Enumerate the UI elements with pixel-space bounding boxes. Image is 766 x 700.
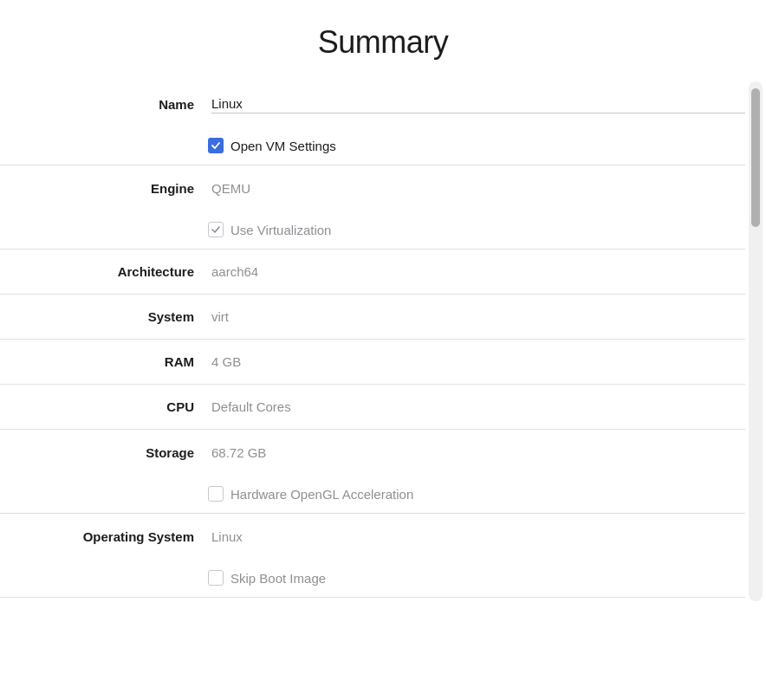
hardware-opengl-label: Hardware OpenGL Acceleration [230, 487, 413, 502]
os-value: Linux [208, 529, 745, 544]
name-section: Name Open VM Settings [0, 81, 745, 165]
storage-label: Storage [0, 445, 208, 460]
engine-section: Engine QEMU Use Virtualization [0, 165, 745, 250]
os-row: Operating System Linux [0, 514, 745, 559]
ram-value: 4 GB [208, 354, 745, 369]
name-input[interactable] [211, 94, 745, 113]
open-vm-settings-checkbox[interactable] [208, 138, 224, 153]
storage-value: 68.72 GB [208, 445, 745, 460]
open-vm-settings-label: Open VM Settings [230, 139, 336, 153]
skip-boot-label: Skip Boot Image [230, 571, 326, 586]
open-vm-settings-row: Open VM Settings [0, 126, 745, 165]
engine-value: QEMU [208, 181, 745, 196]
ram-label: RAM [0, 354, 208, 369]
engine-label: Engine [0, 181, 208, 196]
hardware-opengl-row: Hardware OpenGL Acceleration [0, 475, 745, 513]
os-section: Operating System Linux Skip Boot Image [0, 514, 745, 598]
ram-row: RAM 4 GB [0, 340, 745, 385]
storage-section: Storage 68.72 GB Hardware OpenGL Acceler… [0, 430, 745, 514]
name-row: Name [0, 81, 745, 126]
cpu-label: CPU [0, 399, 208, 414]
hardware-opengl-checkbox[interactable] [208, 486, 224, 502]
page-title: Summary [0, 0, 766, 81]
scrollbar-thumb[interactable] [751, 88, 760, 227]
cpu-row: CPU Default Cores [0, 385, 745, 430]
skip-boot-row: Skip Boot Image [0, 559, 745, 597]
os-label: Operating System [0, 529, 208, 544]
scrollbar-track[interactable] [749, 81, 763, 601]
use-virtualization-checkbox[interactable] [208, 222, 224, 237]
use-virtualization-checkbox-row[interactable]: Use Virtualization [208, 222, 331, 237]
use-virtualization-row: Use Virtualization [0, 211, 745, 249]
page-container: Summary Name [0, 0, 766, 601]
storage-row: Storage 68.72 GB [0, 430, 745, 475]
cpu-value: Default Cores [208, 399, 745, 414]
form-container: Name Open VM Settings [0, 81, 745, 601]
use-virtualization-label: Use Virtualization [230, 223, 331, 237]
open-vm-settings-checkbox-row[interactable]: Open VM Settings [208, 138, 336, 153]
system-value: virt [208, 309, 745, 324]
skip-boot-checkbox[interactable] [208, 570, 224, 586]
hardware-opengl-checkbox-row[interactable]: Hardware OpenGL Acceleration [208, 486, 413, 502]
architecture-value: aarch64 [208, 264, 745, 279]
skip-boot-checkbox-row[interactable]: Skip Boot Image [208, 570, 326, 586]
content-area: Name Open VM Settings [0, 81, 766, 601]
engine-row: Engine QEMU [0, 165, 745, 211]
name-label: Name [0, 97, 208, 112]
architecture-label: Architecture [0, 264, 208, 279]
system-label: System [0, 309, 208, 324]
architecture-row: Architecture aarch64 [0, 250, 745, 295]
system-row: System virt [0, 295, 745, 340]
